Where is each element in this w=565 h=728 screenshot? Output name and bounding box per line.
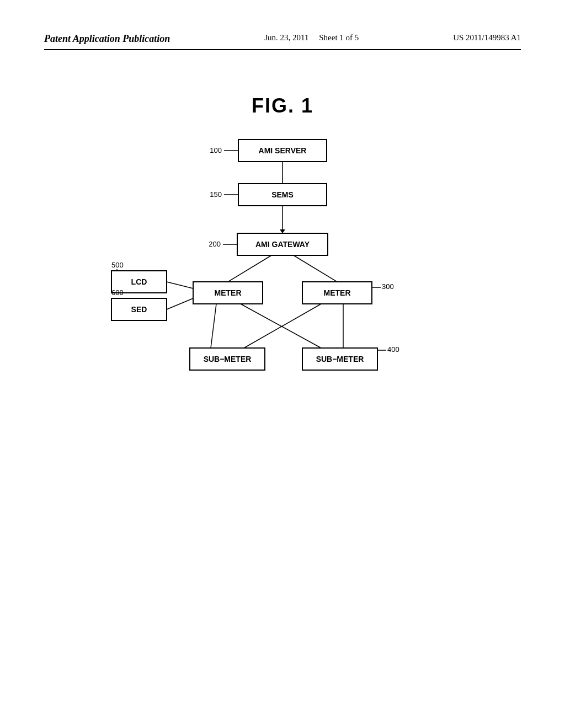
svg-marker-10 bbox=[280, 229, 285, 233]
svg-line-30 bbox=[167, 282, 193, 288]
svg-text:150: 150 bbox=[210, 190, 222, 199]
svg-text:300: 300 bbox=[382, 282, 394, 291]
svg-text:400: 400 bbox=[387, 345, 399, 354]
svg-line-22 bbox=[294, 255, 337, 282]
svg-line-38 bbox=[211, 304, 216, 348]
svg-text:SUB−METER: SUB−METER bbox=[204, 355, 252, 363]
diagram-svg: AMI SERVER 100 SEMS 150 AMI GATEWAY bbox=[111, 140, 454, 426]
svg-line-31 bbox=[167, 298, 193, 309]
page-header: Patent Application Publication Jun. 23, … bbox=[44, 33, 521, 50]
svg-text:600: 600 bbox=[111, 288, 124, 297]
svg-text:LCD: LCD bbox=[131, 277, 147, 286]
page: Patent Application Publication Jun. 23, … bbox=[0, 0, 565, 728]
svg-text:200: 200 bbox=[209, 240, 221, 248]
svg-text:METER: METER bbox=[324, 288, 351, 297]
svg-text:100: 100 bbox=[210, 146, 222, 154]
svg-text:SEMS: SEMS bbox=[271, 190, 294, 199]
svg-text:SED: SED bbox=[131, 305, 147, 314]
header-center-text: Jun. 23, 2011 Sheet 1 of 5 bbox=[264, 33, 359, 42]
svg-text:SUB−METER: SUB−METER bbox=[316, 355, 364, 363]
diagram-area: FIG. 1 AMI SERVER 100 SEMS 150 bbox=[44, 94, 521, 426]
svg-text:AMI  SERVER: AMI SERVER bbox=[259, 146, 307, 155]
svg-text:METER: METER bbox=[215, 288, 242, 297]
header-right-text: US 2011/149983 A1 bbox=[453, 33, 521, 42]
svg-text:500: 500 bbox=[111, 261, 124, 269]
svg-text:AMI  GATEWAY: AMI GATEWAY bbox=[255, 240, 310, 249]
header-left-text: Patent Application Publication bbox=[44, 33, 170, 45]
svg-line-21 bbox=[228, 255, 271, 282]
header-date: Jun. 23, 2011 bbox=[264, 33, 308, 42]
header-sheet: Sheet 1 of 5 bbox=[319, 33, 359, 42]
diagram-container: AMI SERVER 100 SEMS 150 AMI GATEWAY bbox=[111, 140, 454, 426]
fig-title: FIG. 1 bbox=[252, 94, 313, 117]
